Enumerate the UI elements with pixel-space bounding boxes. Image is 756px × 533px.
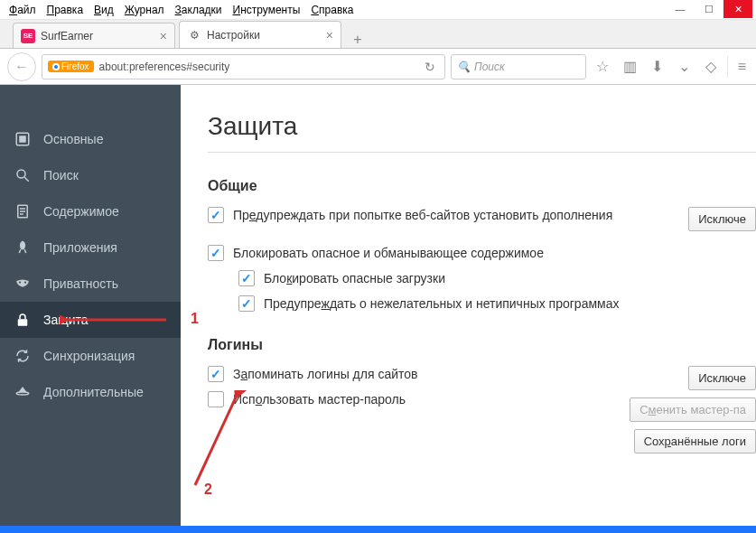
shield-icon[interactable]: ◇ xyxy=(700,56,722,78)
tab-close-icon[interactable]: × xyxy=(326,28,333,42)
library-icon[interactable]: ▥ xyxy=(619,56,640,78)
sidebar-item-label: Приложения xyxy=(43,240,117,255)
exceptions-button[interactable]: Исключе xyxy=(688,207,756,231)
section-heading: Логины xyxy=(208,337,756,353)
hamburger-menu-icon[interactable]: ≡ xyxy=(727,56,749,78)
sidebar-item-security[interactable]: Защита xyxy=(0,302,181,338)
tab-label: Настройки xyxy=(207,29,260,42)
url-text: about:preferences#security xyxy=(99,61,421,73)
mask-icon xyxy=(14,276,31,292)
menu-history[interactable]: Журнал xyxy=(119,2,170,18)
rocket-icon xyxy=(14,239,31,256)
svg-point-8 xyxy=(19,281,21,283)
sync-icon xyxy=(14,348,31,364)
sidebar-item-sync[interactable]: Синхронизация xyxy=(0,338,181,374)
sidebar-item-applications[interactable]: Приложения xyxy=(0,229,181,266)
checkbox-remember-logins[interactable] xyxy=(208,366,224,382)
svg-rect-1 xyxy=(19,136,26,143)
sidebar-item-label: Поиск xyxy=(43,168,79,182)
menu-edit[interactable]: Правка xyxy=(42,2,89,18)
section-heading: Общие xyxy=(208,178,756,194)
tab-strip: SE SurfEarner × ⚙ Настройки × + xyxy=(0,20,756,49)
page-title: Защита xyxy=(208,112,756,153)
checkbox-label: Блокировать опасные загрузки xyxy=(264,271,445,285)
sidebar-item-label: Защита xyxy=(43,313,89,327)
navigation-toolbar: ← Firefox about:preferences#security ↻ 🔍… xyxy=(0,49,756,85)
change-master-password-button: Сменить мастер-па xyxy=(630,397,756,422)
svg-rect-10 xyxy=(18,319,28,326)
sidebar-item-advanced[interactable]: Дополнительные xyxy=(0,374,181,410)
search-icon: 🔍 xyxy=(457,61,471,73)
back-button[interactable]: ← xyxy=(7,52,36,81)
svg-point-11 xyxy=(16,392,29,395)
sidebar-item-general[interactable]: Основные xyxy=(0,121,181,157)
reload-icon[interactable]: ↻ xyxy=(421,60,439,74)
main-area: Основные Поиск Содержимое Приложения При… xyxy=(0,85,756,526)
sidebar-item-label: Основные xyxy=(43,132,103,146)
document-icon xyxy=(14,203,31,220)
checkbox-label: Использовать мастер-пароль xyxy=(233,392,406,407)
sidebar-item-label: Приватность xyxy=(43,276,118,291)
pocket-icon[interactable]: ⌄ xyxy=(673,56,695,78)
checkbox-master-password[interactable] xyxy=(208,391,224,407)
checkbox-label: Предупреждать о нежелательных и нетипичн… xyxy=(264,296,619,311)
checkbox-label: Запоминать логины для сайтов xyxy=(233,367,418,381)
menu-tools[interactable]: Инструменты xyxy=(228,2,306,18)
general-icon xyxy=(14,131,31,147)
checkbox-block-downloads[interactable] xyxy=(238,270,255,286)
menu-file[interactable]: Файл xyxy=(4,2,42,18)
tab-settings[interactable]: ⚙ Настройки × xyxy=(179,21,341,48)
svg-line-3 xyxy=(24,177,29,182)
sidebar-item-label: Дополнительные xyxy=(43,385,144,399)
search-icon xyxy=(14,167,31,183)
checkbox-warn-addon-install[interactable] xyxy=(208,207,224,223)
lock-icon xyxy=(14,312,31,328)
sidebar-item-label: Содержимое xyxy=(43,204,119,219)
window-close-button[interactable]: ✕ xyxy=(723,0,752,18)
downloads-icon[interactable]: ⬇ xyxy=(646,56,667,78)
tab-surfearner[interactable]: SE SurfEarner × xyxy=(13,23,175,48)
window-maximize-button[interactable]: ☐ xyxy=(695,0,723,18)
saved-logins-button[interactable]: Сохранённые логи xyxy=(634,429,756,454)
menu-bookmarks[interactable]: Закладки xyxy=(170,2,228,18)
tab-label: SurfEarner xyxy=(41,30,93,42)
surfearner-icon: SE xyxy=(21,29,35,43)
section-general: Общие Предупреждать при попытке веб-сайт… xyxy=(208,178,756,312)
settings-content: Защита Общие Предупреждать при попытке в… xyxy=(181,85,756,526)
section-logins: Логины Запоминать логины для сайтов Испо… xyxy=(208,337,756,454)
svg-point-2 xyxy=(17,170,25,178)
checkbox-label: Предупреждать при попытке веб-сайтов уст… xyxy=(233,208,612,222)
menu-help[interactable]: Справка xyxy=(305,2,359,18)
settings-sidebar: Основные Поиск Содержимое Приложения При… xyxy=(0,85,181,526)
svg-point-9 xyxy=(24,281,26,283)
bottom-border xyxy=(0,526,756,533)
hat-icon xyxy=(14,384,31,400)
checkbox-label: Блокировать опасное и обманывающее содер… xyxy=(233,246,544,260)
sidebar-item-search[interactable]: Поиск xyxy=(0,157,181,193)
logins-exceptions-button[interactable]: Исключе xyxy=(688,366,756,390)
gear-icon: ⚙ xyxy=(187,28,201,42)
window-minimize-button[interactable]: — xyxy=(666,0,695,18)
sidebar-item-label: Синхронизация xyxy=(43,349,135,363)
checkbox-block-dangerous[interactable] xyxy=(208,245,224,261)
url-bar[interactable]: Firefox about:preferences#security ↻ xyxy=(42,54,445,79)
menu-bar: Файл Правка Вид Журнал Закладки Инструме… xyxy=(0,0,756,20)
bookmark-star-icon[interactable]: ☆ xyxy=(592,56,613,78)
sidebar-item-privacy[interactable]: Приватность xyxy=(0,266,181,302)
search-bar[interactable]: 🔍 Поиск xyxy=(451,54,586,79)
new-tab-button[interactable]: + xyxy=(345,32,370,48)
menu-view[interactable]: Вид xyxy=(89,2,119,18)
checkbox-warn-unwanted[interactable] xyxy=(238,295,255,312)
search-placeholder: Поиск xyxy=(474,61,505,73)
tab-close-icon[interactable]: × xyxy=(160,29,167,43)
firefox-badge: Firefox xyxy=(48,61,94,72)
sidebar-item-content[interactable]: Содержимое xyxy=(0,193,181,229)
